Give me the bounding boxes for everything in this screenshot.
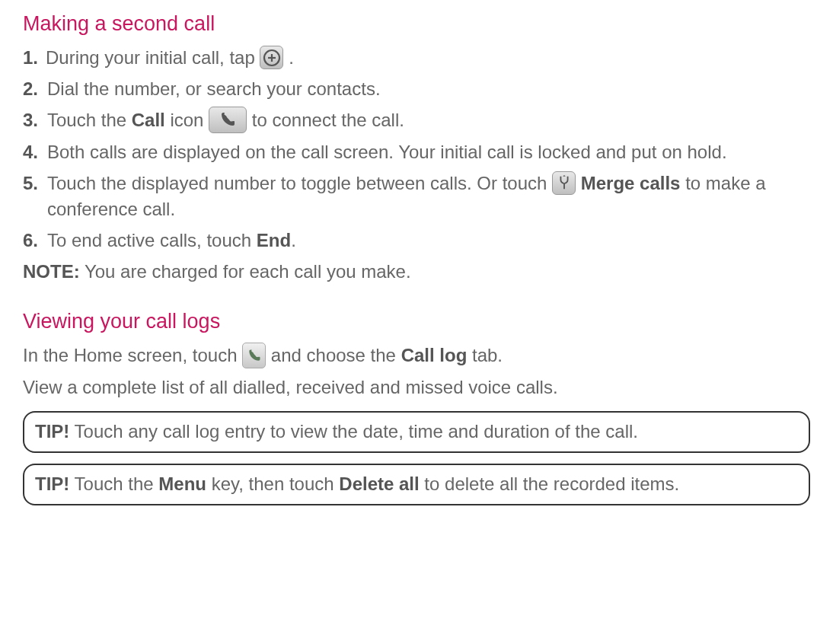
list-item: 6. To end active calls, touch End. [23,228,810,254]
text-span: . [289,47,294,68]
paragraph: View a complete list of all dialled, rec… [23,375,810,401]
heading-viewing-call-logs: Viewing your call logs [23,307,810,336]
text-span: In the Home screen, touch [23,345,242,365]
note-line: NOTE: You are charged for each call you … [23,259,810,285]
list-number: 3. [23,107,47,134]
bold-text: Call [132,110,165,130]
list-item: 4. Both calls are displayed on the call … [23,139,810,166]
tip-label: TIP! [35,421,69,442]
list-text: During your initial call, tap . [46,45,810,72]
tip-text: Touch any call log entry to view the dat… [69,421,638,442]
list-number: 1. [23,45,46,72]
list-text: Dial the number, or search your contacts… [47,76,810,103]
text-span: to delete all the recorded items. [420,473,680,494]
text-span: . [291,230,296,250]
text-span: During your initial call, tap [46,47,260,68]
list-item: 1. During your initial call, tap . [23,45,810,72]
text-span: Touch the [47,110,132,130]
list-text: Both calls are displayed on the call scr… [47,139,810,166]
text-span: To end active calls, touch [47,230,257,250]
bold-text: Merge calls [581,173,681,193]
section-making-second-call: Making a second call 1. During your init… [23,9,810,285]
list-number: 5. [23,171,47,197]
section-viewing-call-logs: Viewing your call logs In the Home scree… [23,307,810,505]
text-span: and choose the [271,345,401,365]
text-span: to connect the call. [252,110,404,130]
list-number: 2. [23,76,47,103]
text-span: icon [165,110,209,130]
text-span: Touch the [69,473,158,494]
bold-text: Menu [158,473,206,494]
list-text: Touch the displayed number to toggle bet… [47,171,810,224]
text-span: Touch the displayed number to toggle bet… [47,173,552,193]
list-number: 6. [23,228,47,254]
merge-calls-icon [552,171,576,195]
note-text: You are charged for each call you make. [80,261,411,282]
tip-box: TIP! Touch any call log entry to view th… [23,411,810,453]
tip-box: TIP! Touch the Menu key, then touch Dele… [23,464,810,505]
list-text: Touch the Call icon to connect the call. [47,107,810,135]
note-label: NOTE: [23,261,80,282]
phone-icon [242,343,266,368]
bold-text: Call log [401,345,468,365]
tip-label: TIP! [35,473,69,494]
list-item: 3. Touch the Call icon to connect the ca… [23,107,810,135]
text-span: tab. [467,345,503,365]
paragraph: In the Home screen, touch and choose the… [23,343,810,370]
bold-text: End [257,230,291,250]
list-text: To end active calls, touch End. [47,228,810,254]
heading-making-second-call: Making a second call [23,9,810,39]
list-number: 4. [23,139,47,166]
add-call-icon [260,46,283,69]
call-icon [209,107,247,133]
list-item: 2. Dial the number, or search your conta… [23,76,810,103]
bold-text: Delete all [339,473,419,494]
text-span: key, then touch [206,473,339,494]
list-item: 5. Touch the displayed number to toggle … [23,171,810,224]
